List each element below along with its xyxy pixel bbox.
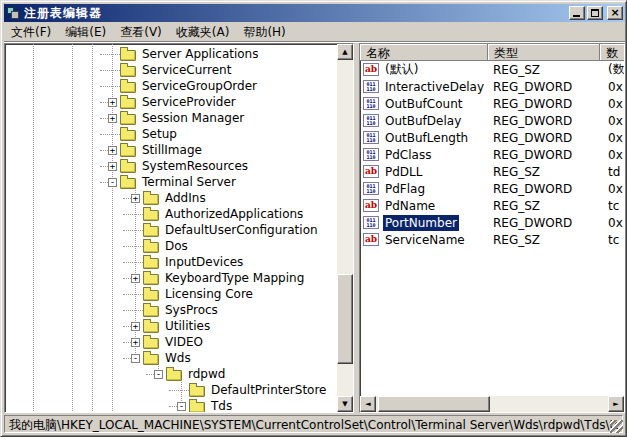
tree-item-label: DefaultUserConfiguration (163, 223, 320, 237)
tree-item[interactable]: +Utilities (5, 318, 337, 334)
tree-item-label: Utilities (163, 319, 212, 333)
reg-dword-icon: 011 110 (363, 131, 379, 144)
tree-item[interactable]: DefaultUserConfiguration (5, 222, 337, 238)
tree-connector (123, 198, 131, 199)
tree-item[interactable]: -Wds (5, 350, 337, 366)
tree-item-label: Session Manager (140, 111, 246, 125)
tree-item[interactable]: +SystemResources (5, 158, 337, 174)
tree-item-label: SysProcs (163, 303, 220, 317)
menu-view[interactable]: 查看(V) (113, 22, 169, 43)
value-type: REG_DWORD (490, 80, 604, 94)
list-horizontal-scrollbar[interactable]: ◄ ► (360, 396, 624, 412)
menu-edit[interactable]: 编辑(E) (58, 22, 113, 43)
tree-connector (123, 230, 143, 231)
value-row-list: ab(默认)REG_SZ(数011 110InteractiveDelayREG… (360, 61, 624, 248)
value-name: PdClass (383, 147, 490, 163)
value-name: OutBufLength (383, 130, 490, 146)
collapse-icon[interactable]: - (154, 370, 163, 379)
registry-value-row[interactable]: 011 110OutBufDelayREG_DWORD0x (360, 112, 624, 129)
expand-icon[interactable]: + (108, 114, 117, 123)
expand-icon[interactable]: + (131, 194, 140, 203)
scroll-down-icon[interactable]: ▼ (337, 396, 353, 412)
expand-icon[interactable]: + (131, 338, 140, 347)
registry-value-row[interactable]: 011 110PortNumberREG_DWORD0x (360, 214, 624, 231)
scrollbar-thumb[interactable] (337, 274, 353, 364)
column-header-type[interactable]: 类型 (488, 44, 600, 61)
tree-item[interactable]: -rdpwd (5, 366, 337, 382)
registry-value-row[interactable]: abPdDLLREG_SZtd (360, 163, 624, 180)
registry-value-row[interactable]: abPdNameREG_SZtc (360, 197, 624, 214)
title-bar[interactable]: 注册表编辑器 × (4, 4, 625, 22)
registry-value-row[interactable]: 011 110PdClassREG_DWORD0x (360, 146, 624, 163)
tree-item[interactable]: Dos (5, 238, 337, 254)
value-type: REG_SZ (490, 199, 604, 213)
tree-item[interactable]: Setup (5, 126, 337, 142)
column-header-data[interactable]: 数 (600, 44, 624, 61)
tree-connector (123, 278, 131, 279)
maximize-button[interactable] (587, 6, 603, 20)
tree-connector (123, 326, 131, 327)
tree-connector (100, 134, 120, 135)
value-name-cell: 011 110InteractiveDelay (360, 79, 490, 95)
tree-item[interactable]: SysProcs (5, 302, 337, 318)
value-name: OutBufDelay (383, 113, 490, 129)
menu-help[interactable]: 帮助(H) (236, 22, 292, 43)
tree-indent (5, 278, 123, 279)
tree-item[interactable]: Server Applications (5, 46, 337, 62)
tree-item[interactable]: +KeyboardType Mapping (5, 270, 337, 286)
folder-icon (143, 354, 159, 365)
close-button[interactable]: × (607, 6, 623, 20)
tree-item[interactable]: +ServiceProvider (5, 94, 337, 110)
value-name: PdDLL (383, 164, 490, 180)
expand-icon[interactable]: + (108, 98, 117, 107)
column-header-name[interactable]: 名称 (360, 44, 488, 61)
registry-value-row[interactable]: 011 110InteractiveDelayREG_DWORD0x (360, 78, 624, 95)
tree-indent (5, 214, 123, 215)
tree-item[interactable]: InputDevices (5, 254, 337, 270)
tree-indent (5, 342, 123, 343)
tree-item[interactable]: +StillImage (5, 142, 337, 158)
value-data: 0x (604, 216, 624, 230)
registry-value-row[interactable]: 011 110PdFlagREG_DWORD0x (360, 180, 624, 197)
tree-connector (123, 310, 143, 311)
tree-vertical-scrollbar[interactable]: ▲ ▼ (337, 44, 353, 412)
scroll-up-icon[interactable]: ▲ (337, 44, 353, 60)
collapse-icon[interactable]: - (108, 178, 117, 187)
scrollbar-thumb[interactable] (378, 396, 490, 412)
expand-icon[interactable]: + (108, 162, 117, 171)
tree-item[interactable]: ServiceCurrent (5, 62, 337, 78)
folder-icon (143, 274, 159, 285)
tree-connector (169, 390, 189, 391)
tree-item-label: KeyboardType Mapping (163, 271, 306, 285)
tree-item[interactable]: +VIDEO (5, 334, 337, 350)
scroll-right-icon[interactable]: ► (608, 396, 624, 412)
collapse-icon[interactable]: - (177, 402, 186, 411)
tree-item[interactable]: -Terminal Server (5, 174, 337, 190)
expand-icon[interactable]: + (108, 146, 117, 155)
tree-item-label: ServiceGroupOrder (140, 79, 259, 93)
minimize-icon (573, 15, 580, 17)
registry-value-row[interactable]: ab(默认)REG_SZ(数 (360, 61, 624, 78)
tree-indent (5, 374, 146, 375)
tree-item[interactable]: DefaultPrinterStore (5, 382, 337, 398)
registry-value-row[interactable]: abServiceNameREG_SZtc (360, 231, 624, 248)
registry-value-row[interactable]: 011 110OutBufCountREG_DWORD0x (360, 95, 624, 112)
expand-icon[interactable]: + (131, 274, 140, 283)
expand-icon[interactable]: + (131, 322, 140, 331)
resize-grip-icon[interactable] (610, 420, 623, 433)
tree-item[interactable]: -Tds (5, 398, 337, 413)
menu-file[interactable]: 文件(F) (4, 22, 58, 43)
tree-item[interactable]: Licensing Core (5, 286, 337, 302)
registry-value-row[interactable]: 011 110OutBufLengthREG_DWORD0x (360, 129, 624, 146)
scroll-left-icon[interactable]: ◄ (360, 396, 376, 412)
minimize-button[interactable] (569, 6, 585, 20)
menu-favorites[interactable]: 收藏夹(A) (169, 22, 237, 43)
tree-connector (123, 214, 143, 215)
tree-item[interactable]: ServiceGroupOrder (5, 78, 337, 94)
tree-item[interactable]: +Session Manager (5, 110, 337, 126)
collapse-icon[interactable]: - (131, 354, 140, 363)
tree-item[interactable]: AuthorizedApplications (5, 206, 337, 222)
tree-connector (100, 118, 108, 119)
tree-item[interactable]: +AddIns (5, 190, 337, 206)
tree-connector (123, 294, 143, 295)
